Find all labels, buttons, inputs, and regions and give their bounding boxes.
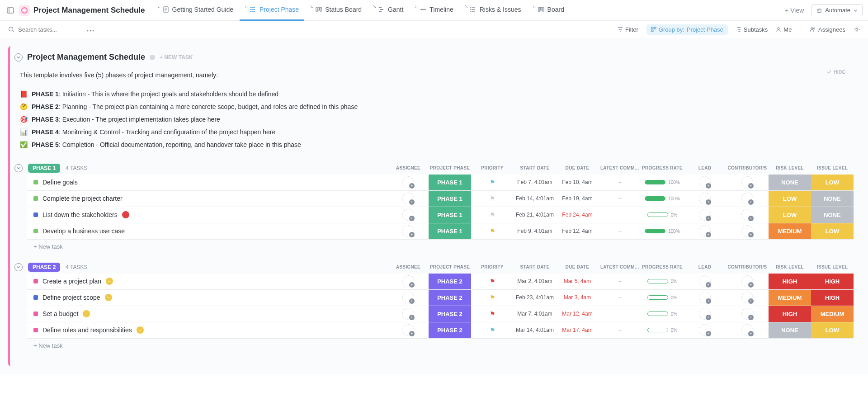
collapse-toggle[interactable] (14, 53, 23, 61)
issue-cell[interactable]: MEDIUM (811, 306, 854, 322)
view-tab-project-phase[interactable]: Project Phase (240, 0, 304, 21)
column-issue[interactable]: ISSUE LEVEL (811, 264, 854, 269)
column-progress[interactable]: PROGRESS RATE (641, 165, 684, 170)
column-lead[interactable]: LEAD (684, 165, 726, 170)
assignee-cell[interactable] (388, 207, 429, 223)
start-date-cell[interactable]: Mar 14, 4:01am (514, 322, 556, 338)
priority-cell[interactable]: ⚑ (471, 274, 514, 289)
phase-cell[interactable]: PHASE 2 (429, 306, 471, 322)
column-due[interactable]: DUE DATE (556, 165, 599, 170)
search-input[interactable] (18, 26, 81, 33)
column-issue[interactable]: ISSUE LEVEL (811, 165, 854, 170)
due-date-cell[interactable]: Feb 19, 4am (556, 191, 599, 207)
progress-cell[interactable]: 0% (641, 207, 684, 223)
issue-cell[interactable]: HIGH (811, 290, 854, 306)
task-row[interactable]: List down the stakeholders─PHASE 1⚑Feb 2… (27, 207, 854, 223)
comment-cell[interactable]: – (599, 306, 641, 322)
phase-cell[interactable]: PHASE 2 (429, 290, 471, 306)
assignee-cell[interactable] (388, 175, 429, 190)
task-row[interactable]: Define roles and responsibilities−PHASE … (27, 322, 854, 339)
task-row[interactable]: Create a project plan−PHASE 2⚑Mar 2, 4:0… (27, 274, 854, 290)
group-collapse[interactable] (14, 263, 23, 271)
status-dot[interactable] (33, 328, 38, 332)
task-row[interactable]: Complete the project charterPHASE 1⚑Feb … (27, 191, 854, 207)
view-tab-getting-started-guide[interactable]: Getting Started Guide (152, 0, 239, 21)
assignee-cell[interactable] (388, 306, 429, 322)
task-row[interactable]: Define goalsPHASE 1⚑Feb 7, 4:01amFeb 10,… (27, 175, 854, 191)
group-badge[interactable]: PHASE 1 (28, 164, 60, 173)
priority-cell[interactable]: ⚑ (471, 191, 514, 207)
column-phase[interactable]: PROJECT PHASE (429, 264, 471, 269)
column-due[interactable]: DUE DATE (556, 264, 599, 269)
due-date-cell[interactable]: Mar 3, 4am (556, 290, 599, 306)
lead-cell[interactable] (684, 191, 726, 207)
phase-cell[interactable]: PHASE 1 (429, 191, 471, 207)
lead-cell[interactable] (684, 306, 726, 322)
issue-cell[interactable]: LOW (811, 223, 854, 239)
assignees-button[interactable]: Assignees (810, 26, 845, 33)
phase-cell[interactable]: PHASE 2 (429, 322, 471, 338)
progress-cell[interactable]: 0% (641, 274, 684, 289)
assignee-cell[interactable] (388, 274, 429, 289)
start-date-cell[interactable]: Feb 14, 4:01am (514, 191, 556, 207)
contrib-cell[interactable] (726, 290, 769, 306)
me-button[interactable]: Me (776, 26, 792, 33)
column-assignee[interactable]: ASSIGNEE (388, 264, 429, 269)
task-row[interactable]: Define project scope−PHASE 2⚑Feb 23, 4:0… (27, 290, 854, 306)
contrib-cell[interactable] (726, 306, 769, 322)
contrib-cell[interactable] (726, 322, 769, 338)
risk-cell[interactable]: HIGH (769, 306, 811, 322)
due-date-cell[interactable]: Mar 17, 4am (556, 322, 599, 338)
comment-cell[interactable]: – (599, 322, 641, 338)
column-contrib[interactable]: CONTRIBUTOR/S (726, 165, 769, 170)
phase-cell[interactable]: PHASE 1 (429, 175, 471, 190)
phase-cell[interactable]: PHASE 2 (429, 274, 471, 289)
view-tab-timeline[interactable]: Timeline (410, 0, 458, 21)
info-icon[interactable] (150, 55, 155, 60)
due-date-cell[interactable]: Mar 12, 4am (556, 306, 599, 322)
progress-cell[interactable]: 0% (641, 322, 684, 338)
issue-cell[interactable]: NONE (811, 207, 854, 223)
priority-cell[interactable]: ⚑ (471, 207, 514, 223)
sidebar-toggle[interactable] (5, 5, 15, 15)
assignee-cell[interactable] (388, 191, 429, 207)
contrib-cell[interactable] (726, 175, 769, 190)
column-comment[interactable]: LATEST COMM… (599, 165, 641, 170)
column-start[interactable]: START DATE (514, 264, 556, 269)
comment-cell[interactable]: – (599, 191, 641, 207)
priority-cell[interactable]: ⚑ (471, 175, 514, 190)
status-dot[interactable] (33, 229, 38, 233)
task-tag-icon[interactable]: − (105, 294, 112, 301)
contrib-cell[interactable] (726, 223, 769, 239)
risk-cell[interactable]: MEDIUM (769, 223, 811, 239)
comment-cell[interactable]: – (599, 207, 641, 223)
issue-cell[interactable]: LOW (811, 175, 854, 190)
task-tag-icon[interactable]: − (106, 278, 113, 285)
project-logo[interactable] (19, 5, 30, 16)
column-risk[interactable]: RISK LEVEL (769, 264, 811, 269)
task-tag-icon[interactable]: − (83, 310, 90, 317)
lead-cell[interactable] (684, 207, 726, 223)
column-risk[interactable]: RISK LEVEL (769, 165, 811, 170)
column-start[interactable]: START DATE (514, 165, 556, 170)
column-priority[interactable]: PRIORITY (471, 165, 514, 170)
status-dot[interactable] (33, 180, 38, 184)
due-date-cell[interactable]: Feb 24, 4am (556, 207, 599, 223)
comment-cell[interactable]: – (599, 274, 641, 289)
lead-cell[interactable] (684, 274, 726, 289)
priority-cell[interactable]: ⚑ (471, 306, 514, 322)
risk-cell[interactable]: HIGH (769, 274, 811, 289)
comment-cell[interactable]: – (599, 175, 641, 190)
start-date-cell[interactable]: Feb 23, 4:01am (514, 290, 556, 306)
priority-cell[interactable]: ⚑ (471, 290, 514, 306)
issue-cell[interactable]: NONE (811, 191, 854, 207)
progress-cell[interactable]: 100% (641, 223, 684, 239)
hide-button[interactable]: HIDE (826, 69, 845, 75)
column-priority[interactable]: PRIORITY (471, 264, 514, 269)
assignee-cell[interactable] (388, 322, 429, 338)
view-tab-status-board[interactable]: Status Board (305, 0, 367, 21)
comment-cell[interactable]: – (599, 290, 641, 306)
priority-cell[interactable]: ⚑ (471, 322, 514, 338)
phase-cell[interactable]: PHASE 1 (429, 223, 471, 239)
issue-cell[interactable]: LOW (811, 322, 854, 338)
